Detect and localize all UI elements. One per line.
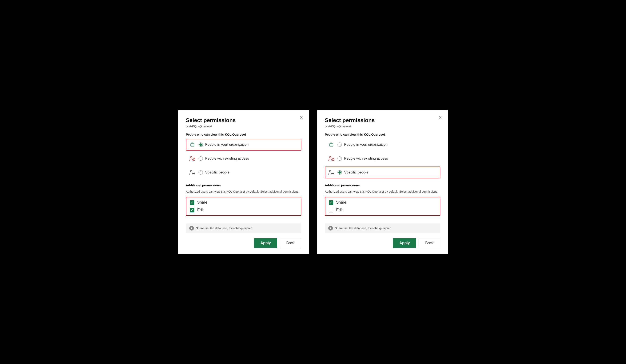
checkbox-group-1: ✓ Share ✓ Edit [186, 197, 301, 216]
radio-option-specific-1[interactable]: Specific people [186, 167, 301, 178]
additional-desc-1: Authorized users can view this KQL Query… [186, 189, 301, 194]
radio-specific-2[interactable] [338, 170, 342, 175]
radio-org-2[interactable] [338, 143, 342, 147]
checkbox-edit-2[interactable]: Edit [329, 208, 436, 213]
back-button-1[interactable]: Back [280, 238, 301, 248]
people-plus-icon-2 [327, 169, 335, 176]
svg-point-2 [190, 156, 192, 158]
svg-point-11 [329, 170, 331, 172]
share-label-2: Share [336, 200, 346, 205]
edit-label-2: Edit [336, 208, 343, 212]
radio-option-existing-2[interactable]: People with existing access [325, 153, 440, 164]
additional-section-1: Additional permissions Authorized users … [186, 183, 301, 219]
additional-label-1: Additional permissions [186, 183, 301, 187]
edit-checkbox-2[interactable] [329, 208, 333, 213]
apply-button-1[interactable]: Apply [254, 238, 277, 248]
radio-group-1: People in your organization People with … [186, 139, 301, 178]
checkbox-group-2: ✓ Share Edit [325, 197, 440, 216]
info-icon-2: i [328, 226, 333, 230]
radio-org-label-1: People in your organization [205, 143, 249, 147]
radio-specific-1[interactable] [198, 170, 203, 175]
dialog-1-actions: Apply Back [186, 238, 301, 248]
apply-button-2[interactable]: Apply [393, 238, 416, 248]
back-button-2[interactable]: Back [419, 238, 440, 248]
briefcase-icon-2 [327, 141, 335, 148]
info-text-2: Share first the database, then the query… [335, 226, 391, 230]
radio-existing-1[interactable] [198, 156, 203, 161]
view-section-label-1: People who can view this KQL Queryset [186, 133, 301, 136]
radio-option-org-2[interactable]: People in your organization [325, 139, 440, 150]
close-button-1[interactable]: ✕ [299, 115, 303, 120]
checkbox-share-1[interactable]: ✓ Share [190, 200, 298, 205]
edit-checkbox-1[interactable]: ✓ [190, 208, 194, 213]
svg-point-9 [329, 156, 331, 158]
info-bar-2: i Share first the database, then the que… [325, 223, 440, 233]
radio-option-specific-2[interactable]: Specific people [325, 167, 440, 178]
additional-label-2: Additional permissions [325, 183, 440, 187]
share-label-1: Share [197, 200, 207, 205]
info-icon-1: i [189, 226, 194, 230]
radio-org-label-2: People in your organization [344, 143, 388, 147]
people-lock-icon-1 [189, 155, 196, 162]
dialog-2-subtitle: test-KQL-Queryset [325, 124, 440, 128]
info-text-1: Share first the database, then the query… [196, 226, 252, 230]
edit-label-1: Edit [197, 208, 204, 212]
info-bar-1: i Share first the database, then the que… [186, 223, 301, 233]
svg-point-4 [190, 170, 192, 172]
people-plus-icon-1 [189, 169, 196, 176]
dialog-1-title: Select permissions [186, 117, 301, 124]
dialog-1: ✕ Select permissions test-KQL-Queryset P… [178, 110, 309, 254]
svg-rect-10 [332, 159, 334, 160]
dialog-1-subtitle: test-KQL-Queryset [186, 124, 301, 128]
dialog-2-actions: Apply Back [325, 238, 440, 248]
share-checkbox-1[interactable]: ✓ [190, 200, 194, 205]
radio-specific-label-2: Specific people [344, 170, 368, 175]
briefcase-icon-1 [189, 141, 196, 148]
dialog-2-title: Select permissions [325, 117, 440, 124]
people-lock-icon-2 [327, 155, 335, 162]
radio-org-1[interactable] [198, 143, 203, 147]
radio-existing-label-2: People with existing access [344, 156, 388, 161]
checkbox-edit-1[interactable]: ✓ Edit [190, 208, 298, 213]
additional-section-2: Additional permissions Authorized users … [325, 183, 440, 219]
view-section-label-2: People who can view this KQL Queryset [325, 133, 440, 136]
close-button-2[interactable]: ✕ [438, 115, 442, 120]
radio-specific-label-1: Specific people [205, 170, 230, 175]
radio-option-org-1[interactable]: People in your organization [186, 139, 301, 150]
radio-group-2: People in your organization People with … [325, 139, 440, 178]
radio-existing-2[interactable] [338, 156, 342, 161]
checkbox-share-2[interactable]: ✓ Share [329, 200, 436, 205]
additional-desc-2: Authorized users can view this KQL Query… [325, 189, 440, 194]
radio-existing-label-1: People with existing access [205, 156, 249, 161]
share-checkbox-2[interactable]: ✓ [329, 200, 333, 205]
svg-rect-3 [193, 159, 195, 160]
radio-option-existing-1[interactable]: People with existing access [186, 153, 301, 164]
dialog-2: ✕ Select permissions test-KQL-Queryset P… [317, 110, 448, 254]
